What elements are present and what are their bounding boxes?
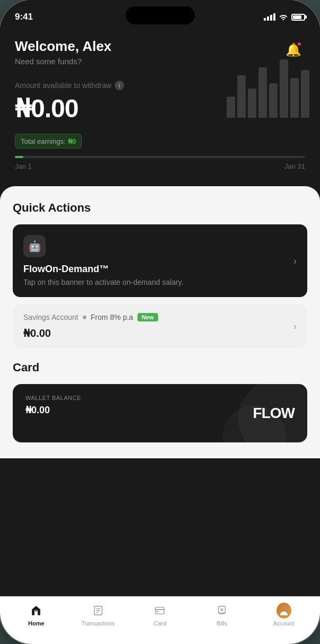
date-end: Jan 31 [284,162,305,170]
bills-icon [214,603,229,618]
wifi-icon [279,13,288,22]
date-start: Jan 1 [15,162,32,170]
savings-card[interactable]: Savings Account ■ From 8% p.a New ₦0.00 … [13,304,307,348]
date-labels: Jan 1 Jan 31 [15,162,305,170]
flow-logo: FLOW [253,405,295,422]
scrollable-content[interactable]: Welcome, Alex Need some funds? 🔔 Amount … [0,28,320,596]
svg-rect-4 [155,607,165,614]
progress-track [15,156,305,158]
card-section: Card WALLET BALANCE ₦0.00 FLOW [13,361,307,442]
svg-rect-6 [157,611,159,612]
flow-on-demand-banner[interactable]: 🤖 FlowOn-Demand™ Tap on this banner to a… [13,224,307,297]
home-icon [29,603,44,618]
nav-item-account[interactable]: Account [253,603,315,626]
flow-banner-title: FlowOn-Demand™ [23,264,297,275]
nav-item-transactions[interactable]: Transactions [67,603,129,626]
earnings-value: ₦0 [68,137,76,145]
card-section-title: Card [13,361,307,375]
welcome-subtitle: Need some funds? [15,57,111,66]
phone-frame: 9:41 [0,0,320,644]
info-icon[interactable]: i [115,81,124,90]
flow-banner-arrow-icon: › [293,255,297,266]
nav-label-card: Card [154,620,167,626]
flow-banner-icon: 🤖 [23,235,46,257]
dynamic-island [126,6,195,24]
screen: Welcome, Alex Need some funds? 🔔 Amount … [0,28,320,644]
savings-label: Savings Account [23,313,79,321]
nav-item-bills[interactable]: Bills [191,603,253,626]
bottom-section: Quick Actions 🤖 FlowOn-Demand™ Tap on th… [0,186,320,458]
svg-point-8 [221,608,223,611]
flow-banner-subtitle: Tap on this banner to activate on-demand… [23,278,297,286]
signal-bars-icon [264,13,275,21]
nav-label-account: Account [273,620,295,626]
bg-chart [227,59,309,118]
notification-dot [297,41,302,47]
account-icon [276,603,291,618]
savings-top: Savings Account ■ From 8% p.a New [23,313,297,321]
transactions-icon [91,603,106,618]
nav-item-card[interactable]: Card [129,603,191,626]
earnings-badge: Total earnings: ₦0 [15,134,82,149]
savings-rate: From 8% p.a [91,313,133,321]
nav-item-home[interactable]: Home [5,603,67,626]
notification-button[interactable]: 🔔 [282,38,305,62]
svg-rect-7 [219,606,226,613]
status-icons [264,13,305,22]
status-time: 9:41 [15,12,33,22]
svg-point-9 [282,607,286,611]
avatar [276,603,291,619]
quick-actions-section: Quick Actions 🤖 FlowOn-Demand™ Tap on th… [13,201,307,348]
card-icon [152,603,167,618]
savings-arrow-icon: › [293,321,297,332]
top-section: Welcome, Alex Need some funds? 🔔 Amount … [0,28,320,186]
savings-amount: ₦0.00 [23,327,297,340]
new-badge: New [137,313,158,321]
battery-icon [291,14,305,21]
nav-label-transactions: Transactions [82,620,115,626]
wallet-card[interactable]: WALLET BALANCE ₦0.00 FLOW [13,384,307,442]
nav-label-bills: Bills [217,620,227,626]
bottom-nav: Home Transactions [0,596,320,644]
quick-actions-title: Quick Actions [13,201,307,215]
progress-fill [15,156,23,158]
welcome-block: Welcome, Alex Need some funds? [15,38,111,66]
earnings-label: Total earnings: [21,137,66,145]
savings-separator: ■ [83,314,87,321]
nav-label-home: Home [28,620,45,626]
welcome-heading: Welcome, Alex [15,38,111,55]
